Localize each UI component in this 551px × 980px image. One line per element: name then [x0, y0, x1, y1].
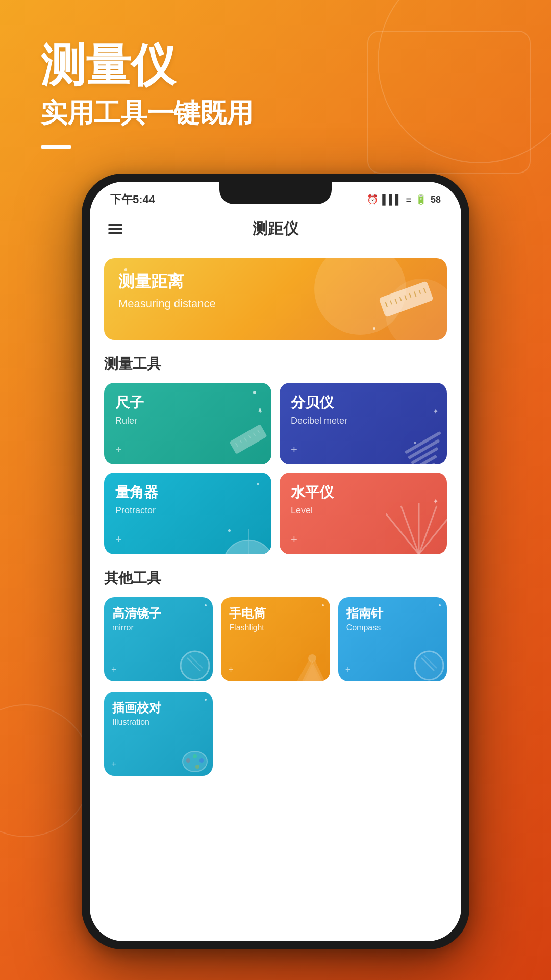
deco-dot-m [205, 604, 207, 606]
deco-dot-f [322, 604, 324, 606]
compass-shape [411, 648, 447, 681]
level-title: 水平仪 [291, 483, 436, 502]
svg-line-4 [400, 297, 402, 301]
svg-line-2 [390, 301, 392, 305]
decibel-title: 分贝仪 [291, 393, 436, 412]
tool-card-level[interactable]: 水平仪 Level + ✦ [280, 473, 447, 554]
palette-shape [177, 742, 213, 776]
tool-card-protractor[interactable]: 量角器 Protractor + [104, 473, 271, 554]
battery-icon: 🔋 [415, 194, 427, 205]
svg-point-38 [195, 765, 199, 769]
mirror-plus: + [111, 665, 117, 675]
hero-section: 测量仪 实用工具一键既用 [41, 41, 253, 149]
illustration-title: 插画校对 [112, 701, 205, 716]
level-plus: + [291, 533, 297, 546]
phone-screen: 下午5:44 ⏰ ▌▌▌ ≡ 🔋 58 测距仪 [90, 182, 461, 941]
flashlight-title: 手电筒 [229, 606, 321, 621]
svg-line-5 [405, 295, 406, 300]
mirror-title: 高清镜子 [112, 606, 205, 621]
decibel-plus: + [291, 443, 297, 456]
bg-rect [367, 31, 531, 174]
decibel-shape [405, 431, 447, 464]
section-title-measure: 测量工具 [104, 354, 447, 374]
flashlight-plus: + [228, 665, 234, 675]
svg-point-35 [186, 758, 190, 763]
tool-card-mirror[interactable]: 高清镜子 mirror + [104, 597, 213, 681]
status-icons: ⏰ ▌▌▌ ≡ 🔋 58 [367, 194, 441, 205]
protractor-plus: + [115, 533, 122, 546]
other-tool-grid-row2: 插画校对 Illustration + [104, 692, 447, 776]
ruler-plus: + [115, 443, 122, 456]
svg-line-3 [395, 299, 396, 303]
svg-rect-0 [379, 281, 434, 317]
deco-star-1 [124, 268, 127, 271]
battery-level: 58 [431, 194, 441, 205]
tool-card-compass[interactable]: 指南针 Compass + [338, 597, 447, 681]
hero-title: 测量仪 [41, 41, 253, 90]
svg-line-9 [424, 288, 425, 293]
signal-icon: ▌▌▌ [382, 194, 402, 205]
deco-star-2 [373, 327, 375, 330]
decibel-star: ✦ [433, 407, 439, 415]
deco-dot-2 [414, 442, 416, 444]
svg-rect-10 [229, 424, 267, 454]
deco-dot-c [439, 604, 441, 606]
hero-subtitle: 实用工具一键既用 [41, 95, 253, 131]
svg-line-22 [419, 506, 437, 554]
deco-dot [259, 408, 261, 411]
status-time: 下午5:44 [110, 192, 155, 207]
tool-card-ruler[interactable]: 尺子 Ruler + ✦ [104, 383, 271, 464]
flashlight-subtitle: Flashlight [229, 623, 321, 632]
flashlight-shape [292, 641, 330, 681]
deco-dot-4 [300, 488, 303, 491]
ruler-shape [228, 421, 271, 464]
svg-line-7 [414, 292, 416, 297]
svg-point-30 [308, 654, 316, 663]
tool-card-flashlight[interactable]: 手电筒 Flashlight + [221, 597, 330, 681]
svg-line-8 [419, 290, 420, 294]
level-shape [386, 503, 447, 554]
phone-notch [219, 182, 332, 204]
deco-star-p [257, 483, 259, 485]
app-header: 测距仪 [90, 210, 461, 248]
ruler-dot [253, 391, 256, 394]
svg-line-19 [386, 513, 419, 554]
svg-line-6 [410, 293, 411, 298]
hero-divider [41, 145, 71, 149]
scroll-area[interactable]: 测量距离 Measuring distance [90, 248, 461, 940]
protractor-subtitle: Protractor [115, 505, 260, 516]
compass-title: 指南针 [346, 606, 439, 621]
svg-point-36 [193, 754, 197, 758]
illustration-plus: + [111, 759, 117, 770]
decibel-subtitle: Decibel meter [291, 415, 436, 426]
mirror-shape [177, 648, 213, 681]
deco-dot-3 [228, 529, 231, 532]
deco-dot-i [205, 699, 207, 701]
ruler-title: 尺子 [115, 393, 260, 412]
measure-tool-grid: 尺子 Ruler + ✦ [104, 383, 447, 554]
phone-frame: 下午5:44 ⏰ ▌▌▌ ≡ 🔋 58 测距仪 [82, 174, 469, 949]
app-title: 测距仪 [253, 218, 298, 239]
compass-plus: + [345, 665, 351, 675]
other-tool-grid-row1: 高清镜子 mirror + 手电筒 Fla [104, 597, 447, 681]
svg-point-37 [199, 758, 204, 763]
banner-card[interactable]: 测量距离 Measuring distance [104, 258, 447, 340]
wifi-icon: ≡ [406, 194, 411, 205]
illustration-subtitle: Illustration [112, 718, 205, 727]
section-title-other: 其他工具 [104, 569, 447, 588]
mirror-subtitle: mirror [112, 623, 205, 632]
phone-mockup: 下午5:44 ⏰ ▌▌▌ ≡ 🔋 58 测距仪 [82, 174, 469, 949]
banner-ruler-illustration [375, 268, 437, 330]
tool-card-decibel[interactable]: 分贝仪 Decibel meter + ✦ [280, 383, 447, 464]
protractor-title: 量角器 [115, 483, 260, 502]
tool-card-illustration[interactable]: 插画校对 Illustration + [104, 692, 213, 776]
bg-circle-bottom-left [0, 704, 92, 837]
menu-button[interactable] [108, 224, 122, 234]
alarm-icon: ⏰ [367, 194, 378, 205]
compass-subtitle: Compass [346, 623, 439, 632]
protractor-shape [220, 519, 271, 554]
svg-line-20 [401, 506, 419, 554]
svg-line-23 [419, 513, 447, 554]
